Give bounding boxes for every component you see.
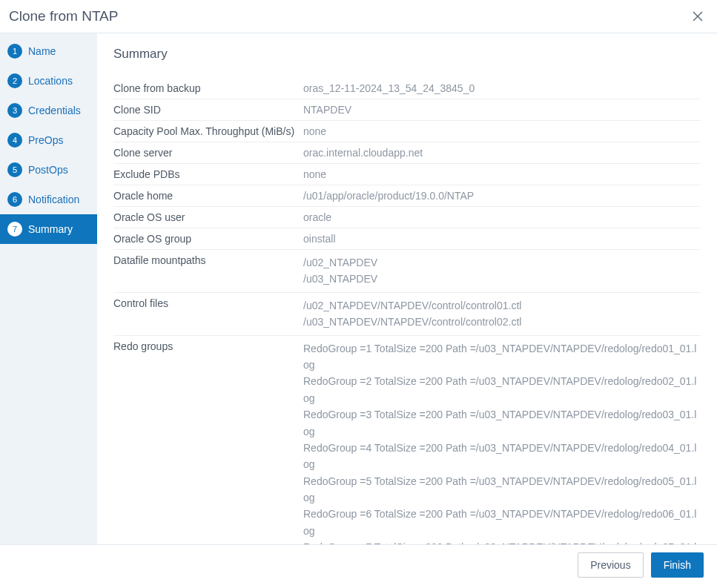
summary-value: none bbox=[303, 125, 701, 137]
summary-value: RedoGroup =1 TotalSize =200 Path =/u03_N… bbox=[303, 340, 701, 544]
step-credentials[interactable]: 3 Credentials bbox=[0, 96, 97, 125]
wizard-sidebar: 1 Name 2 Locations 3 Credentials 4 PreOp… bbox=[0, 33, 97, 544]
step-summary[interactable]: 7 Summary bbox=[0, 214, 97, 244]
value-line: /u03_NTAPDEV/NTAPDEV/control/control02.c… bbox=[303, 314, 701, 330]
content-scroll[interactable]: Summary Clone from backup oras_12-11-202… bbox=[97, 33, 717, 544]
dialog-footer: Previous Finish bbox=[0, 544, 717, 588]
summary-label: Redo groups bbox=[113, 340, 303, 544]
step-notification[interactable]: 6 Notification bbox=[0, 185, 97, 214]
row-clone-server: Clone server orac.internal.cloudapp.net bbox=[113, 142, 701, 164]
step-postops[interactable]: 5 PostOps bbox=[0, 155, 97, 185]
summary-label: Control files bbox=[113, 297, 303, 331]
step-number: 3 bbox=[7, 103, 22, 118]
summary-label: Datafile mountpaths bbox=[113, 254, 303, 288]
step-label: Summary bbox=[28, 223, 73, 235]
summary-value: oracle bbox=[303, 211, 701, 223]
summary-label: Capacity Pool Max. Throughput (MiB/s) bbox=[113, 125, 303, 137]
summary-value: oras_12-11-2024_13_54_24_3845_0 bbox=[303, 82, 701, 94]
finish-button[interactable]: Finish bbox=[651, 552, 704, 578]
content-wrap: Summary Clone from backup oras_12-11-202… bbox=[97, 33, 717, 544]
page-title: Summary bbox=[113, 47, 701, 62]
row-datafile-mountpaths: Datafile mountpaths /u02_NTAPDEV /u03_NT… bbox=[113, 250, 701, 293]
value-line: /u03_NTAPDEV bbox=[303, 271, 701, 287]
row-oracle-home: Oracle home /u01/app/oracle/product/19.0… bbox=[113, 185, 701, 207]
dialog-title: Clone from NTAP bbox=[9, 8, 118, 24]
dialog-header: Clone from NTAP bbox=[0, 0, 717, 33]
step-label: Name bbox=[28, 45, 56, 57]
step-number: 7 bbox=[7, 222, 22, 237]
step-label: Locations bbox=[28, 75, 73, 87]
step-number: 5 bbox=[7, 162, 22, 177]
value-line: RedoGroup =6 TotalSize =200 Path =/u03_N… bbox=[303, 506, 701, 539]
step-number: 6 bbox=[7, 192, 22, 207]
summary-label: Oracle OS group bbox=[113, 233, 303, 245]
step-locations[interactable]: 2 Locations bbox=[0, 66, 97, 96]
row-clone-sid: Clone SID NTAPDEV bbox=[113, 99, 701, 121]
row-oracle-os-user: Oracle OS user oracle bbox=[113, 207, 701, 228]
summary-label: Oracle home bbox=[113, 190, 303, 202]
summary-value: /u01/app/oracle/product/19.0.0/NTAP bbox=[303, 190, 701, 202]
value-line: RedoGroup =5 TotalSize =200 Path =/u03_N… bbox=[303, 473, 701, 506]
step-label: PreOps bbox=[28, 134, 63, 146]
step-label: Notification bbox=[28, 194, 79, 205]
close-icon bbox=[693, 11, 703, 22]
summary-value: /u02_NTAPDEV /u03_NTAPDEV bbox=[303, 254, 701, 288]
step-number: 2 bbox=[7, 73, 22, 88]
step-preops[interactable]: 4 PreOps bbox=[0, 125, 97, 155]
summary-label: Oracle OS user bbox=[113, 211, 303, 223]
close-button[interactable] bbox=[689, 7, 707, 25]
summary-label: Clone from backup bbox=[113, 82, 303, 94]
value-line: RedoGroup =4 TotalSize =200 Path =/u03_N… bbox=[303, 440, 701, 473]
step-name[interactable]: 1 Name bbox=[0, 36, 97, 66]
summary-label: Exclude PDBs bbox=[113, 168, 303, 180]
summary-value: NTAPDEV bbox=[303, 104, 701, 116]
row-oracle-os-group: Oracle OS group oinstall bbox=[113, 228, 701, 250]
value-line: RedoGroup =2 TotalSize =200 Path =/u03_N… bbox=[303, 373, 701, 406]
value-line: RedoGroup =7 TotalSize =200 Path =/u03_N… bbox=[303, 539, 701, 544]
value-line: /u02_NTAPDEV/NTAPDEV/control/control01.c… bbox=[303, 297, 701, 314]
row-capacity-pool: Capacity Pool Max. Throughput (MiB/s) no… bbox=[113, 121, 701, 142]
row-exclude-pdbs: Exclude PDBs none bbox=[113, 164, 701, 185]
row-redo-groups: Redo groups RedoGroup =1 TotalSize =200 … bbox=[113, 336, 701, 544]
step-label: PostOps bbox=[28, 164, 68, 176]
value-line: /u02_NTAPDEV bbox=[303, 254, 701, 271]
row-control-files: Control files /u02_NTAPDEV/NTAPDEV/contr… bbox=[113, 293, 701, 336]
summary-value: /u02_NTAPDEV/NTAPDEV/control/control01.c… bbox=[303, 297, 701, 331]
value-line: RedoGroup =3 TotalSize =200 Path =/u03_N… bbox=[303, 406, 701, 440]
summary-label: Clone server bbox=[113, 147, 303, 159]
row-clone-from-backup: Clone from backup oras_12-11-2024_13_54_… bbox=[113, 78, 701, 99]
previous-button[interactable]: Previous bbox=[578, 552, 643, 578]
dialog-body: 1 Name 2 Locations 3 Credentials 4 PreOp… bbox=[0, 33, 717, 544]
value-line: RedoGroup =1 TotalSize =200 Path =/u03_N… bbox=[303, 340, 701, 374]
step-number: 1 bbox=[7, 44, 22, 59]
summary-value: orac.internal.cloudapp.net bbox=[303, 147, 701, 159]
summary-value: oinstall bbox=[303, 233, 701, 245]
summary-label: Clone SID bbox=[113, 104, 303, 116]
step-number: 4 bbox=[7, 133, 22, 148]
clone-wizard-dialog: Clone from NTAP 1 Name 2 Locations 3 Cre… bbox=[0, 0, 717, 588]
step-label: Credentials bbox=[28, 105, 81, 116]
summary-value: none bbox=[303, 168, 701, 180]
